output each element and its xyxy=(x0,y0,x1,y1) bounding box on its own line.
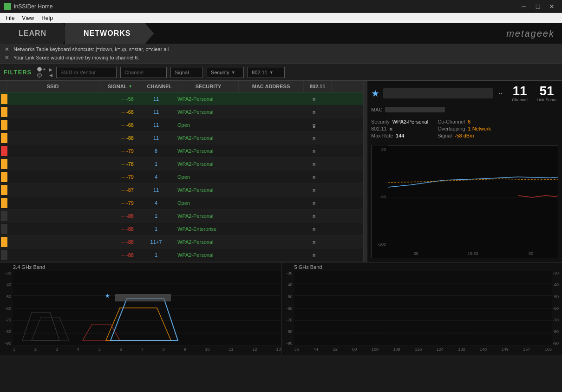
band-24ghz-content: ★ xyxy=(13,271,281,346)
radio-plus[interactable] xyxy=(37,67,42,72)
row-color-bar xyxy=(1,185,7,195)
detail-network-name-bar xyxy=(383,88,493,98)
menu-view[interactable]: View xyxy=(18,14,38,22)
th-security[interactable]: SECURITY xyxy=(178,81,239,92)
band-5ghz-yaxis: -30 -40 -50 -60 -70 -80 -90 xyxy=(281,271,294,346)
table-body: —-5811WPA2-Personaln—-6611WPA2-Personaln… xyxy=(0,92,363,262)
tab-learn[interactable]: LEARN xyxy=(0,23,70,44)
row-signal: —-88 xyxy=(96,212,137,220)
table-row[interactable]: —-794Openn xyxy=(0,196,363,209)
table-row[interactable]: —-6611WPA2-Personaln xyxy=(0,105,363,118)
detail-security-row: Security WPA2-Personal xyxy=(371,119,428,124)
row-mac xyxy=(235,98,300,100)
star-icon[interactable]: ★ xyxy=(371,88,379,99)
chart-yaxis: -20 -60 -100 xyxy=(372,145,388,248)
row-security: WPA2-Personal xyxy=(175,238,235,246)
radio-plus-row: + xyxy=(37,67,46,72)
maximize-button[interactable]: □ xyxy=(531,0,544,13)
band-5ghz-chart: 5 GHz Band -30 -40 -50 -60 -70 -80 -90 -… xyxy=(281,262,562,355)
ssid-filter-input[interactable] xyxy=(56,67,117,78)
channel-filter-input[interactable] xyxy=(120,67,167,78)
row-channel: 11+7 xyxy=(137,238,175,246)
security-filter-dropdown[interactable]: Security ▼ xyxy=(207,67,244,78)
band-24ghz-title: 2.4 GHz Band xyxy=(0,264,281,270)
row-mac xyxy=(235,241,300,243)
table-scrollbar[interactable] xyxy=(363,81,367,262)
row-ssid xyxy=(9,137,96,139)
th-mac[interactable]: MAC ADDRESS xyxy=(239,81,304,92)
th-dot11[interactable]: 802.11 xyxy=(304,81,332,92)
filter-radio-group: + - xyxy=(37,67,46,78)
arrow-gt[interactable]: ▶ xyxy=(49,67,52,72)
arrow-lt[interactable]: ◀ xyxy=(49,73,52,78)
table-row[interactable]: —-881WPA2-Personaln xyxy=(0,248,363,261)
menubar: File View Help xyxy=(0,13,562,23)
row-security: Open xyxy=(175,121,235,129)
row-security: WPA2-Personal xyxy=(175,212,235,220)
th-channel[interactable]: CHANNEL xyxy=(141,81,178,92)
row-channel: 4 xyxy=(137,173,175,181)
minimize-button[interactable]: ─ xyxy=(517,0,530,13)
info-line-1: ✕ Networks Table keyboard shortcuts: j=d… xyxy=(5,46,557,54)
row-ssid xyxy=(9,254,96,256)
dismiss-info2[interactable]: ✕ xyxy=(5,54,9,62)
table-row[interactable]: —-798WPA2-Personaln xyxy=(0,144,363,157)
svg-marker-9 xyxy=(83,324,120,340)
row-mac xyxy=(235,137,300,139)
row-ssid xyxy=(9,202,96,204)
tab-networks[interactable]: NETWORKS xyxy=(65,23,154,44)
row-color-bar xyxy=(1,224,7,234)
table-row[interactable]: —-881WPA2-Enterprisen xyxy=(0,222,363,235)
row-mac xyxy=(235,163,300,165)
detail-dot11-row: 802.11 n xyxy=(371,126,428,131)
svg-rect-13 xyxy=(115,294,171,301)
row-dot11: n xyxy=(300,238,328,246)
row-security: WPA2-Personal xyxy=(175,160,235,168)
row-security: WPA2-Enterprise xyxy=(175,225,235,233)
table-row[interactable]: —-791WPA2-Enterprisen xyxy=(0,261,363,262)
arrow-controls: ▶ ◀ xyxy=(49,67,52,78)
row-channel: 11 xyxy=(137,121,175,129)
table-row[interactable]: —-781WPA2-Personaln xyxy=(0,157,363,170)
row-dot11: g xyxy=(300,121,328,129)
row-signal: —-79 xyxy=(96,147,137,155)
row-ssid xyxy=(9,215,96,217)
radio-minus-row: - xyxy=(37,73,46,78)
row-color-bar xyxy=(1,146,7,156)
table-row[interactable]: —-881WPA2-Personaln xyxy=(0,209,363,222)
row-ssid xyxy=(9,228,96,230)
row-dot11: n xyxy=(300,173,328,181)
table-row[interactable]: —-8811WPA2-Personaln xyxy=(0,131,363,144)
detail-col-left: Security WPA2-Personal 802.11 n Max Rate… xyxy=(371,119,428,138)
table-row[interactable]: —-6611Openg xyxy=(0,118,363,131)
detail-mac-row: MAC XXXXXXXXXXXX xyxy=(371,107,558,112)
close-button[interactable]: ✕ xyxy=(545,0,558,13)
row-color-bar xyxy=(1,133,7,143)
row-ssid xyxy=(9,163,96,165)
dot11-filter-dropdown[interactable]: 802.11 ▼ xyxy=(248,67,285,78)
row-mac xyxy=(235,176,300,178)
radio-minus[interactable] xyxy=(37,73,42,78)
signal-filter: Signal xyxy=(170,67,203,78)
table-row[interactable]: —-8811+7WPA2-Personaln xyxy=(0,235,363,248)
titlebar-controls: ─ □ ✕ xyxy=(517,0,558,13)
row-color-bar xyxy=(1,172,7,182)
table-row[interactable]: —-794Openn xyxy=(0,170,363,183)
menu-help[interactable]: Help xyxy=(38,14,57,22)
th-signal[interactable]: SIGNAL ▼ xyxy=(99,81,141,92)
th-ssid[interactable]: SSID xyxy=(7,81,99,92)
filters-label: FILTERS xyxy=(4,69,32,76)
menu-file[interactable]: File xyxy=(2,14,18,22)
row-ssid xyxy=(9,98,96,100)
table-header: SSID SIGNAL ▼ CHANNEL SECURITY MAC ADDRE… xyxy=(0,81,363,92)
band-24ghz-chart: 2.4 GHz Band -30 -40 -50 -60 -70 -80 -90 xyxy=(0,262,281,355)
main-area: SSID SIGNAL ▼ CHANNEL SECURITY MAC ADDRE… xyxy=(0,81,562,262)
dismiss-info1[interactable]: ✕ xyxy=(5,46,9,54)
row-channel: 11 xyxy=(137,95,175,103)
detail-mac-value: XXXXXXXXXXXX xyxy=(385,107,444,112)
dot11-dropdown-arrow: ▼ xyxy=(269,70,274,75)
row-signal: —-88 xyxy=(96,238,137,246)
band-5ghz-right-yaxis: -30 -40 -50 -60 -70 -80 -90 xyxy=(552,271,562,346)
table-row[interactable]: —-5811WPA2-Personaln xyxy=(0,92,363,105)
table-row[interactable]: —-8711WPA2-Personaln xyxy=(0,183,363,196)
